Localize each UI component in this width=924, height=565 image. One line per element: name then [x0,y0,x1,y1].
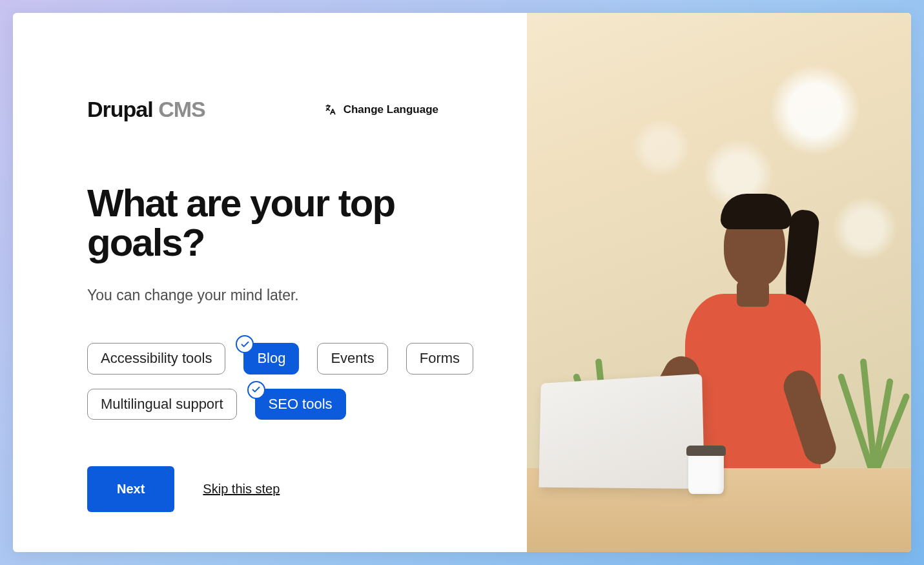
hero-laptop [539,374,704,489]
goal-chip-label: Forms [420,350,460,366]
logo-brand: Drupal [87,97,153,121]
hero-image [527,13,911,552]
next-button[interactable]: Next [87,466,174,512]
page-subtitle: You can change your mind later. [87,287,482,304]
logo-suffix: CMS [158,97,205,121]
change-language-label: Change Language [344,103,438,116]
goal-chip[interactable]: Events [317,343,387,374]
change-language-button[interactable]: Change Language [322,99,441,120]
goal-chip-label: SEO tools [269,396,333,412]
goal-chip[interactable]: Forms [406,343,473,374]
goal-chip-label: Accessibility tools [101,350,212,366]
hero-coffee-cup [688,446,724,494]
action-row: Next Skip this step [87,466,482,512]
goal-chip[interactable]: SEO tools [255,389,346,420]
check-icon [247,381,265,399]
goal-chip[interactable]: Multilingual support [87,389,237,420]
content-pane: Drupal CMS Change Language What are your… [13,13,527,552]
goal-chip[interactable]: Blog [243,343,299,374]
product-logo: Drupal CMS [87,97,205,122]
check-icon [236,335,254,353]
goal-chip[interactable]: Accessibility tools [87,343,225,374]
header-row: Drupal CMS Change Language [87,97,482,122]
translate-icon [324,103,337,116]
hero-plant [840,345,898,475]
installer-window: Drupal CMS Change Language What are your… [13,13,911,552]
page-title: What are your top goals? [87,183,482,262]
goals-chip-group: Accessibility toolsBlogEventsFormsMultil… [87,343,482,420]
goal-chip-label: Events [331,350,374,366]
goal-chip-label: Blog [257,350,285,366]
goal-chip-label: Multilingual support [101,396,223,412]
skip-link[interactable]: Skip this step [203,482,280,497]
